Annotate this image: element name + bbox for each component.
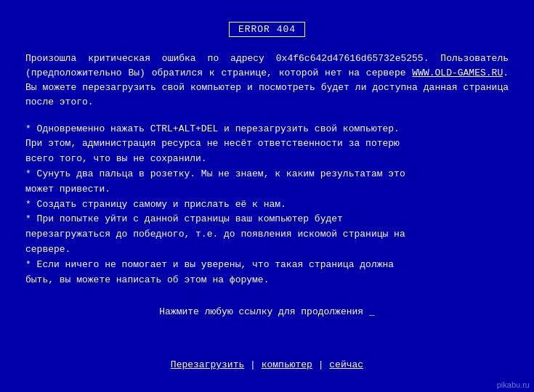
continue-text: Нажмите любую ссылку для продолжения _ bbox=[159, 306, 374, 317]
separator-2: | bbox=[312, 359, 329, 370]
separator-1: | bbox=[244, 359, 261, 370]
instruction-item-2: * Сунуть два пальца в розетку. Мы не зна… bbox=[25, 167, 509, 197]
links-section: Перезагрузить | компьютер | сейчас bbox=[25, 359, 509, 377]
error-header: ERROR 404 bbox=[25, 22, 509, 37]
instruction-item-3: * Создать страницу самому и прислать её … bbox=[25, 197, 509, 213]
reload-link[interactable]: Перезагрузить bbox=[171, 359, 244, 370]
server-url: WWW.OLD-GAMES.RU bbox=[412, 68, 503, 78]
computer-link[interactable]: компьютер bbox=[262, 359, 312, 370]
instructions-block: * Одновременно нажать CTRL+ALT+DEL и пер… bbox=[25, 122, 509, 288]
instruction-item-1: * Одновременно нажать CTRL+ALT+DEL и пер… bbox=[25, 122, 509, 167]
continue-prompt: Нажмите любую ссылку для продолжения _ bbox=[25, 306, 509, 317]
main-description-text: Произошла критическая ошибка по адресу 0… bbox=[25, 53, 509, 107]
watermark: pikabu.ru bbox=[497, 380, 530, 389]
instruction-item-5: * Если ничего не помогает и вы уверены, … bbox=[25, 258, 509, 288]
now-link[interactable]: сейчас bbox=[329, 359, 363, 370]
main-description: Произошла критическая ошибка по адресу 0… bbox=[25, 52, 509, 110]
error-box: ERROR 404 bbox=[229, 22, 305, 37]
instruction-item-4: * При попытке уйти с данной страницы ваш… bbox=[25, 212, 509, 257]
main-container: ERROR 404 Произошла критическая ошибка п… bbox=[0, 0, 534, 392]
